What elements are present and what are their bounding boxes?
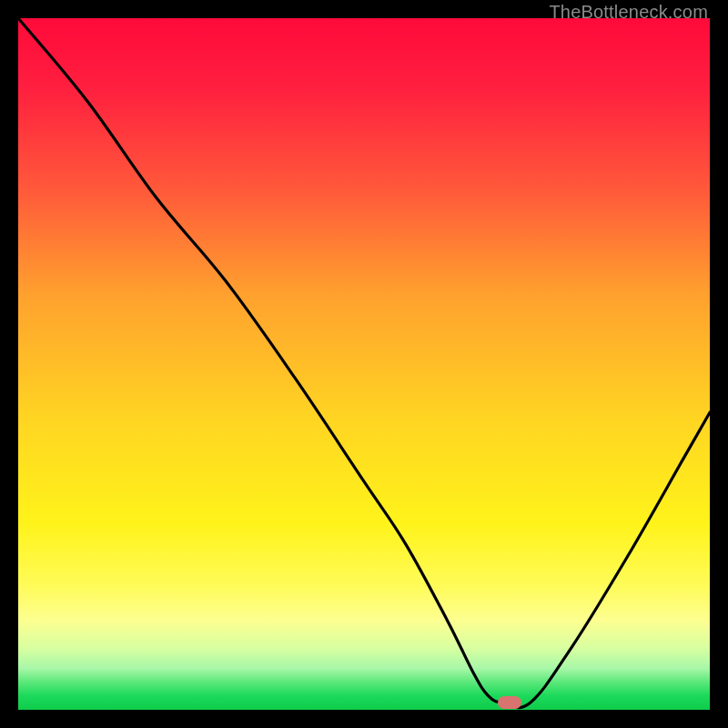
watermark-text: TheBottleneck.com bbox=[549, 2, 708, 23]
plot-area bbox=[18, 18, 710, 710]
curve-path bbox=[18, 18, 710, 708]
bottleneck-curve bbox=[18, 18, 710, 710]
bottleneck-marker bbox=[498, 696, 521, 709]
chart-frame: TheBottleneck.com bbox=[0, 0, 728, 728]
